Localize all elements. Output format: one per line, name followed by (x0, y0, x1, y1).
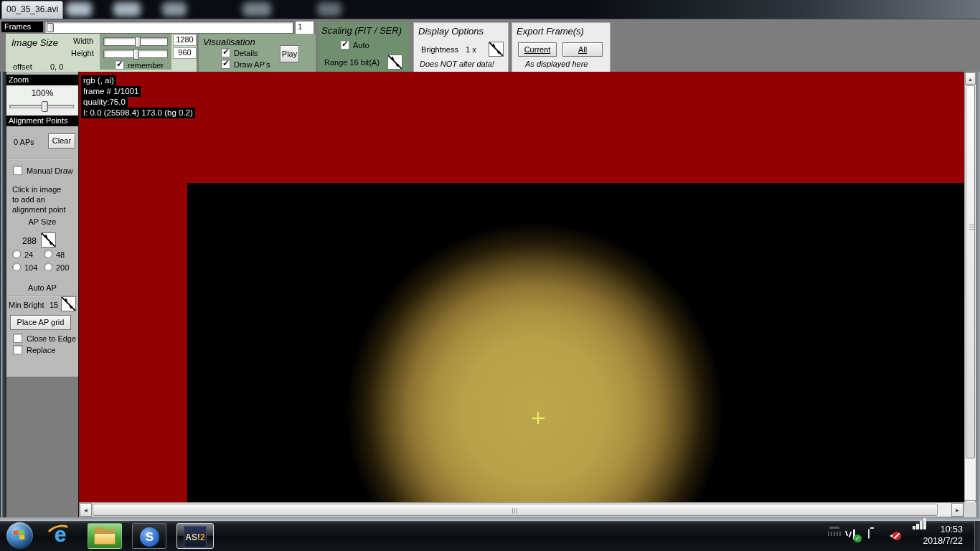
zoom-slider[interactable] (9, 105, 74, 108)
visualisation-title: Visualisation (203, 37, 255, 47)
width-slider[interactable] (103, 37, 168, 46)
windows-explorer-button[interactable] (88, 523, 122, 549)
brightness-spinner[interactable]: ▲ ▼ (489, 42, 504, 57)
overlay-frame-line: frame # 1/1001 (81, 86, 141, 97)
export-frames-panel: Export Frame(s) Current All As displayed… (512, 22, 611, 72)
blurred-background-icon (242, 2, 271, 17)
scrollbar-grip (969, 224, 974, 230)
usb-check-icon: ✓ (854, 534, 862, 542)
min-bright-value[interactable]: 15 (50, 301, 58, 309)
auto-ap-label: Auto AP (6, 283, 78, 292)
range-label: Range 16 bit(A) (324, 58, 380, 67)
min-bright-label: Min Bright (9, 301, 44, 309)
range-spinner[interactable]: ▲ ▼ (387, 55, 402, 70)
clock-time: 10:53 (913, 524, 963, 535)
remember-checkbox[interactable]: ✓ (115, 60, 124, 70)
ap-size-label: AP Size (6, 217, 78, 226)
min-bright-spinner[interactable]: ▲ ▼ (61, 296, 76, 311)
spinner-up-icon[interactable]: ▲ (390, 55, 395, 61)
ap-size-radio-24-label: 24 (24, 250, 33, 259)
battery-icon[interactable] (868, 529, 870, 538)
zoom-section-header: Zoom (6, 75, 78, 85)
export-current-button[interactable]: Current (518, 42, 557, 57)
vertical-scrollbar[interactable]: ▲ ▼ (964, 72, 976, 513)
auto-scaling-label: Auto (353, 41, 369, 50)
taskbar: e S AS!2 ✓ 10:53 2018/7/22 (0, 521, 980, 551)
spinner-down-icon[interactable]: ▼ (48, 240, 54, 247)
zoom-value: 100% (6, 88, 78, 98)
frames-slider[interactable] (44, 22, 293, 34)
details-checkbox[interactable]: ✓ (221, 48, 230, 57)
spinner-down-icon[interactable]: ▼ (395, 62, 400, 69)
play-button[interactable]: Play (280, 45, 299, 62)
replace-label: Replace (27, 346, 55, 354)
ap-size-radio-104-label: 104 (24, 263, 37, 272)
ap-size-radio-200[interactable] (44, 263, 52, 271)
zoom-control-box: 100% (6, 85, 78, 118)
taskbar-clock[interactable]: 10:53 2018/7/22 (913, 524, 963, 547)
replace-checkbox[interactable] (13, 345, 22, 354)
sharpcap-icon: S (140, 527, 159, 547)
height-slider-thumb[interactable] (133, 49, 139, 60)
folder-icon (94, 533, 116, 545)
window-title-tab[interactable]: 00_35_36.avi (1, 1, 63, 19)
ap-hint-line: alignment point (12, 205, 66, 214)
ap-size-spinner[interactable]: ▲ ▼ (41, 232, 56, 248)
width-value[interactable]: 1280 (173, 34, 197, 46)
spinner-up-icon[interactable]: ▲ (43, 233, 49, 239)
sharpcap-button[interactable]: S (132, 523, 166, 549)
close-to-edge-label: Close to Edge (27, 334, 76, 343)
overlay-intensity-line: I: 0.0 (25598.4) 173.0 (bg 0.2) (81, 108, 195, 118)
sidebar-empty-area (6, 377, 79, 518)
remember-label: remember (128, 61, 164, 70)
ap-hint-line: to add an (12, 195, 45, 204)
image-size-panel: Image Size Width Height 1280 960 ✓ remem… (6, 34, 197, 72)
autostakkert-button[interactable]: AS!2 (176, 523, 214, 549)
export-frames-note: As displayed here (525, 60, 588, 68)
width-slider-thumb[interactable] (135, 37, 141, 47)
blurred-background-icon (113, 2, 141, 17)
desktop-top-strip (0, 0, 980, 19)
export-all-button[interactable]: All (562, 42, 603, 57)
height-slider[interactable] (103, 50, 168, 58)
scroll-right-icon[interactable]: ► (951, 503, 963, 517)
sidebar: Zoom 100% Alignment Points 0 APs Clear M… (6, 72, 79, 377)
clock-date: 2018/7/22 (913, 535, 963, 547)
place-ap-grid-button[interactable]: Place AP grid (10, 315, 71, 330)
horizontal-scrollbar-thumb[interactable] (93, 504, 938, 516)
spinner-down-icon[interactable]: ▼ (68, 304, 74, 311)
scroll-left-icon[interactable]: ◄ (80, 503, 92, 517)
close-to-edge-checkbox[interactable] (13, 334, 22, 343)
scaling-panel: Scaling (FIT / SER) ✓ Auto Range 16 bit(… (318, 22, 409, 72)
spinner-down-icon[interactable]: ▼ (496, 50, 501, 56)
spinner-up-icon[interactable]: ▲ (63, 297, 69, 303)
horizontal-scrollbar[interactable]: ◄ ► (79, 502, 964, 517)
blurred-background-icon (317, 2, 341, 17)
manual-draw-label: Manual Draw (27, 166, 73, 175)
ap-size-radio-104[interactable] (12, 263, 21, 271)
start-button[interactable] (6, 522, 33, 549)
spinner-up-icon[interactable]: ▲ (491, 42, 496, 48)
draw-aps-checkbox[interactable]: ✓ (221, 60, 230, 69)
clear-aps-button[interactable]: Clear (48, 133, 75, 149)
window-left-edge (0, 72, 6, 518)
ap-size-radio-24[interactable] (12, 250, 21, 258)
zoom-slider-thumb[interactable] (42, 101, 48, 112)
manual-draw-checkbox[interactable] (13, 166, 22, 175)
height-value[interactable]: 960 (173, 47, 197, 59)
image-viewer-canvas[interactable]: rgb (, ai) frame # 1/1001 quality:75.0 I… (79, 72, 964, 502)
video-frame-image[interactable] (187, 183, 964, 502)
vertical-scrollbar-thumb[interactable] (966, 85, 975, 458)
show-desktop-button[interactable] (974, 521, 980, 551)
ap-size-radio-200-label: 200 (56, 263, 69, 272)
internet-explorer-button[interactable]: e (44, 524, 76, 548)
details-label: Details (234, 49, 258, 57)
auto-scaling-checkbox[interactable]: ✓ (340, 40, 349, 50)
frames-slider-thumb[interactable] (47, 23, 54, 32)
ap-size-value[interactable]: 288 (22, 236, 37, 246)
offset-value: 0, 0 (50, 62, 63, 71)
brightness-label: Brightness (421, 45, 458, 54)
ap-size-radio-48[interactable] (44, 250, 52, 258)
scroll-up-icon[interactable]: ▲ (965, 72, 976, 85)
brightness-value: 1 x (466, 45, 476, 54)
